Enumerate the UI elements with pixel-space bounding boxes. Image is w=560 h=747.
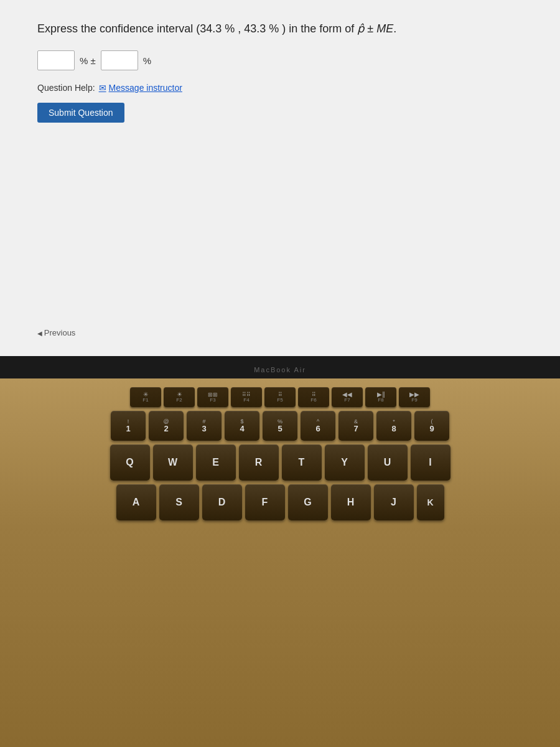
answer-input-row: % ± % xyxy=(37,50,523,70)
key-y[interactable]: Y xyxy=(325,444,365,481)
key-a[interactable]: A xyxy=(116,484,156,520)
key-j[interactable]: J xyxy=(374,484,414,520)
key-k-partial[interactable]: K xyxy=(417,484,444,520)
screen-content: Express the confidence interval (34.3 % … xyxy=(0,0,560,361)
f4-label: F4 xyxy=(243,398,249,403)
key-t[interactable]: T xyxy=(282,444,322,481)
key-q[interactable]: Q xyxy=(110,444,150,481)
key-5[interactable]: % 5 xyxy=(263,411,297,441)
key-g[interactable]: G xyxy=(288,484,328,520)
key-6[interactable]: ^ 6 xyxy=(301,411,335,441)
key-i[interactable]: I xyxy=(411,444,450,481)
key-4[interactable]: $ 4 xyxy=(225,411,259,441)
me-input[interactable] xyxy=(101,50,138,70)
key-j-label: J xyxy=(391,497,396,508)
key-9-bottom: 9 xyxy=(429,425,434,433)
number-key-row: ! 1 @ 2 # 3 $ 4 % 5 ^ 6 & 7 * 8 xyxy=(111,411,449,441)
asdf-key-row: A S D F G H J K xyxy=(116,484,444,520)
key-3-bottom: 3 xyxy=(202,425,206,433)
key-3[interactable]: # 3 xyxy=(187,411,222,441)
key-d[interactable]: D xyxy=(202,484,242,520)
f8-label: F8 xyxy=(378,398,383,403)
submit-question-button[interactable]: Submit Question xyxy=(37,103,124,123)
key-u[interactable]: U xyxy=(368,444,408,481)
key-r[interactable]: R xyxy=(239,444,279,481)
key-e-label: E xyxy=(212,457,219,468)
f9-label: F9 xyxy=(411,398,417,403)
key-2-bottom: 2 xyxy=(164,425,168,433)
keyboard: ✳ F1 ☀ F2 ⊞⊞ F3 ⠿⠿ F4 ⠿ F5 ⠿ F6 ◀◀ F7 ▶‖ xyxy=(0,378,560,747)
pct-plus-minus-label: % ± xyxy=(80,55,96,66)
key-8-bottom: 8 xyxy=(391,425,396,433)
key-4-bottom: 4 xyxy=(240,425,244,433)
message-instructor-link[interactable]: ✉ Message instructor xyxy=(99,83,182,93)
key-r-label: R xyxy=(255,457,263,468)
f7-label: F7 xyxy=(344,398,350,403)
f2-label: F2 xyxy=(176,398,182,403)
key-f9[interactable]: ▶▶ F9 xyxy=(399,387,430,407)
question-text: Express the confidence interval (34.3 % … xyxy=(37,19,523,37)
key-w[interactable]: W xyxy=(153,444,193,481)
macbook-brand-bar: MacBook Air xyxy=(0,361,560,378)
key-s[interactable]: S xyxy=(159,484,199,520)
key-i-label: I xyxy=(429,457,431,468)
qwerty-key-row: Q W E R T Y U I xyxy=(110,444,450,481)
previous-link[interactable]: Previous xyxy=(37,328,75,337)
key-f1[interactable]: ✳ F1 xyxy=(130,387,161,407)
key-f3[interactable]: ⊞⊞ F3 xyxy=(197,387,228,407)
key-f[interactable]: F xyxy=(245,484,285,520)
key-6-bottom: 6 xyxy=(315,425,320,433)
key-k-label: K xyxy=(427,497,433,507)
key-y-label: Y xyxy=(341,457,348,468)
key-f7[interactable]: ◀◀ F7 xyxy=(332,387,363,407)
key-f5[interactable]: ⠿ F5 xyxy=(264,387,296,407)
key-d-label: D xyxy=(218,497,226,508)
key-s-label: S xyxy=(175,497,182,508)
key-g-label: G xyxy=(304,497,311,508)
key-q-label: Q xyxy=(126,457,133,468)
key-e[interactable]: E xyxy=(196,444,236,481)
key-h[interactable]: H xyxy=(331,484,371,520)
key-8[interactable]: * 8 xyxy=(376,411,411,441)
key-f2[interactable]: ☀ F2 xyxy=(164,387,195,407)
key-1-bottom: 1 xyxy=(126,425,130,433)
f5-label: F5 xyxy=(277,398,282,403)
key-w-label: W xyxy=(168,457,177,468)
key-f8[interactable]: ▶‖ F8 xyxy=(365,387,396,407)
key-7[interactable]: & 7 xyxy=(338,411,373,441)
p-hat-input[interactable] xyxy=(37,50,75,70)
macbook-brand-text: MacBook Air xyxy=(254,366,306,374)
f6-label: F6 xyxy=(310,398,316,403)
key-1[interactable]: ! 1 xyxy=(111,411,146,441)
key-a-label: A xyxy=(133,497,140,508)
help-label: Question Help: xyxy=(37,83,95,93)
key-t-label: T xyxy=(299,457,305,468)
key-5-bottom: 5 xyxy=(278,425,282,433)
f3-label: F3 xyxy=(210,398,215,403)
f1-label: F1 xyxy=(142,398,148,403)
envelope-icon: ✉ xyxy=(99,83,106,93)
message-instructor-label: Message instructor xyxy=(109,83,182,93)
pct-label2: % xyxy=(143,55,151,66)
key-f-label: F xyxy=(262,497,268,508)
key-7-bottom: 7 xyxy=(353,425,358,433)
key-f6[interactable]: ⠿ F6 xyxy=(298,387,329,407)
key-h-label: H xyxy=(347,497,355,508)
function-key-row: ✳ F1 ☀ F2 ⊞⊞ F3 ⠿⠿ F4 ⠿ F5 ⠿ F6 ◀◀ F7 ▶‖ xyxy=(130,387,430,407)
question-help-row: Question Help: ✉ Message instructor xyxy=(37,83,523,93)
key-u-label: U xyxy=(384,457,391,468)
key-9[interactable]: ( 9 xyxy=(414,411,449,441)
key-2[interactable]: @ 2 xyxy=(149,411,184,441)
key-f4[interactable]: ⠿⠿ F4 xyxy=(231,387,262,407)
